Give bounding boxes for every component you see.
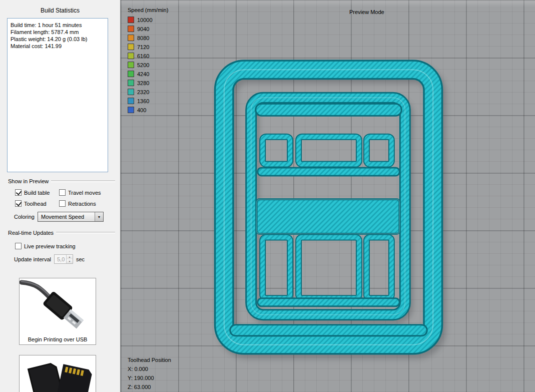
sidebar-panel: Build Statistics Build time: 1 hour 51 m…	[0, 0, 120, 392]
spinner-up-icon[interactable]: ▲	[67, 255, 73, 259]
toolhead-x: X: 0.000	[128, 364, 171, 373]
legend-value: 1360	[137, 98, 149, 104]
sd-cards-image	[20, 355, 96, 392]
legend-value: 5200	[137, 62, 149, 68]
legend-swatch	[128, 26, 134, 32]
legend-value: 3280	[137, 80, 149, 86]
checkbox-row-build-table[interactable]: Build table	[15, 189, 59, 196]
chevron-down-icon[interactable]: ▼	[95, 212, 103, 221]
print-from-sd-card-button[interactable]	[19, 355, 96, 392]
begin-printing-usb-button[interactable]: Begin Printing over USB	[19, 278, 96, 345]
show-in-preview-label: Show in Preview	[8, 178, 49, 184]
legend-value: 8080	[137, 35, 149, 41]
travel-moves-checkbox[interactable]	[59, 189, 66, 196]
upper-cells	[263, 137, 392, 164]
show-in-preview-header: Show in Preview	[8, 178, 115, 184]
legend-entry: 3280	[128, 80, 168, 86]
preview-mode-label: Preview Mode	[349, 9, 384, 15]
legend-value: 400	[137, 107, 146, 113]
preview-checkbox-grid: Build table Travel moves Toolhead Retrac…	[15, 189, 120, 207]
spinner-buttons: ▲ ▼	[66, 255, 73, 263]
legend-swatch	[128, 80, 134, 86]
stat-filament-length: Filament length: 5787.4 mm	[11, 29, 105, 36]
legend-entry: 1360	[128, 98, 168, 104]
retractions-label: Retractions	[68, 201, 96, 207]
legend-swatch	[128, 35, 134, 41]
update-interval-unit: sec	[76, 256, 85, 262]
legend-entry: 400	[128, 107, 168, 113]
toolhead-z: Z: 63.000	[128, 382, 171, 391]
build-statistics-title: Build Statistics	[7, 0, 120, 18]
legend-entry: 5200	[128, 62, 168, 68]
coloring-dropdown-value: Movement Speed	[41, 214, 84, 220]
legend-value: 4240	[137, 71, 149, 77]
toolhead-checkbox[interactable]	[15, 200, 22, 207]
update-interval-spinner[interactable]: 5,0 ▲ ▼	[54, 254, 73, 264]
legend-entry: 4240	[128, 71, 168, 77]
legend-entry: 10000	[128, 17, 168, 23]
usb-cable-image	[20, 278, 96, 334]
legend-value: 6160	[137, 53, 149, 59]
update-interval-value: 5,0	[55, 255, 66, 263]
checkbox-row-toolhead[interactable]: Toolhead	[15, 200, 59, 207]
toolhead-position: Toolhead Position X: 0.000 Y: 190.000 Z:…	[128, 355, 171, 391]
legend-swatch	[128, 107, 134, 113]
legend-value: 9040	[137, 26, 149, 32]
speed-legend-title: Speed (mm/min)	[128, 7, 168, 13]
toolhead-y: Y: 190.000	[128, 373, 171, 382]
legend-entry: 7120	[128, 44, 168, 50]
lower-cells	[263, 237, 392, 298]
legend-value: 10000	[137, 17, 153, 23]
legend-entry: 9040	[128, 26, 168, 32]
checkbox-row-travel-moves[interactable]: Travel moves	[59, 189, 120, 196]
legend-entry: 2320	[128, 89, 168, 95]
preview-3d-viewport[interactable]: Speed (mm/min) 10000 9040 8080 7120 6160	[120, 0, 535, 392]
model-3d-render	[121, 0, 535, 392]
build-table-label: Build table	[24, 190, 50, 196]
stat-material-cost: Material cost: 141.99	[11, 43, 105, 50]
stat-plastic-weight: Plastic weight: 14.20 g (0.03 lb)	[11, 36, 105, 43]
retractions-checkbox[interactable]	[59, 200, 66, 207]
update-interval-row: Update interval 5,0 ▲ ▼ sec	[14, 254, 120, 264]
solid-band	[257, 199, 400, 234]
checkbox-row-live-preview[interactable]: Live preview tracking	[15, 243, 120, 249]
update-interval-label: Update interval	[14, 256, 51, 262]
legend-swatch	[128, 17, 134, 23]
legend-value: 2320	[137, 89, 149, 95]
legend-swatch	[128, 53, 134, 59]
speed-legend: Speed (mm/min) 10000 9040 8080 7120 6160	[128, 7, 168, 116]
usb-button-label: Begin Printing over USB	[20, 335, 96, 344]
legend-swatch	[128, 98, 134, 104]
legend-entry: 8080	[128, 35, 168, 41]
legend-swatch	[128, 62, 134, 68]
coloring-dropdown[interactable]: Movement Speed ▼	[38, 212, 104, 222]
legend-swatch	[128, 71, 134, 77]
coloring-label: Coloring	[14, 214, 35, 220]
live-preview-label: Live preview tracking	[24, 243, 76, 249]
toolhead-label: Toolhead	[24, 201, 47, 207]
legend-value: 7120	[137, 44, 149, 50]
legend-swatch	[128, 89, 134, 95]
travel-moves-label: Travel moves	[68, 190, 101, 196]
build-table-checkbox[interactable]	[15, 189, 22, 196]
legend-swatch	[128, 44, 134, 50]
stat-build-time: Build time: 1 hour 51 minutes	[11, 22, 105, 29]
checkbox-row-retractions[interactable]: Retractions	[59, 200, 120, 207]
toolhead-position-title: Toolhead Position	[128, 355, 171, 364]
coloring-row: Coloring Movement Speed ▼	[14, 212, 120, 222]
app-window: Build Statistics Build time: 1 hour 51 m…	[0, 0, 535, 392]
realtime-updates-label: Real-time Updates	[8, 230, 54, 236]
realtime-updates-header: Real-time Updates	[8, 230, 115, 236]
build-statistics-box: Build time: 1 hour 51 minutes Filament l…	[7, 18, 108, 172]
live-preview-checkbox[interactable]	[15, 243, 22, 249]
spinner-down-icon[interactable]: ▼	[67, 259, 73, 264]
legend-entry: 6160	[128, 53, 168, 59]
